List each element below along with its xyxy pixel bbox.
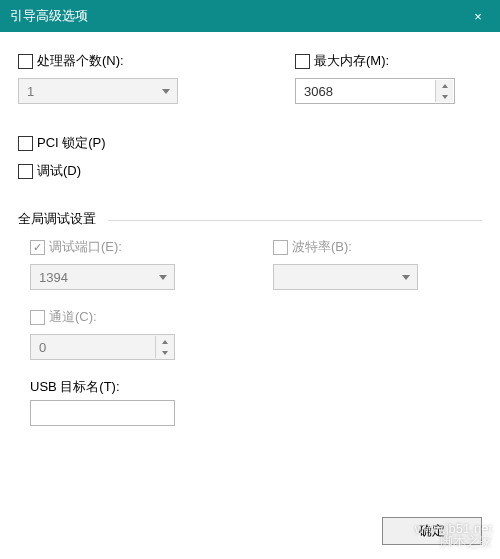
channel-checkbox <box>30 310 45 325</box>
window-title: 引导高级选项 <box>10 7 456 25</box>
baudrate-label: 波特率(B): <box>292 238 352 256</box>
channel-spinner: 0 <box>30 334 175 360</box>
debugport-checkbox <box>30 240 45 255</box>
content-area: 处理器个数(N): 1 最大内存(M): 3068 PCI <box>0 32 500 448</box>
pcilock-label: PCI 锁定(P) <box>37 134 106 152</box>
baudrate-dropdown <box>273 264 418 290</box>
close-button[interactable]: × <box>456 0 500 32</box>
close-icon: × <box>474 9 482 24</box>
chevron-down-icon <box>152 265 174 289</box>
channel-value: 0 <box>39 340 46 355</box>
ok-button[interactable]: 确定 <box>382 517 482 545</box>
spin-down-icon[interactable] <box>436 91 453 102</box>
processors-label: 处理器个数(N): <box>37 52 124 70</box>
maxmem-label: 最大内存(M): <box>314 52 389 70</box>
maxmem-value: 3068 <box>304 84 333 99</box>
debugport-dropdown: 1394 <box>30 264 175 290</box>
channel-label: 通道(C): <box>49 308 97 326</box>
ok-label: 确定 <box>419 522 445 540</box>
chevron-down-icon <box>395 265 417 289</box>
usbtarget-input[interactable] <box>30 400 175 426</box>
maxmem-checkbox[interactable] <box>295 54 310 69</box>
baudrate-checkbox <box>273 240 288 255</box>
global-debug-group: 全局调试设置 调试端口(E): 1394 波特率(B): <box>18 220 482 438</box>
usbtarget-label: USB 目标名(T): <box>30 378 470 396</box>
processors-checkbox[interactable] <box>18 54 33 69</box>
pcilock-checkbox[interactable] <box>18 136 33 151</box>
processors-value: 1 <box>27 84 34 99</box>
group-legend: 全局调试设置 <box>18 210 102 228</box>
spin-up-icon[interactable] <box>436 80 453 91</box>
debugport-value: 1394 <box>39 270 68 285</box>
titlebar: 引导高级选项 × <box>0 0 500 32</box>
chevron-down-icon <box>155 79 177 103</box>
debug-label: 调试(D) <box>37 162 81 180</box>
debug-checkbox[interactable] <box>18 164 33 179</box>
spin-down-icon <box>156 347 173 358</box>
spin-up-icon <box>156 336 173 347</box>
debugport-label: 调试端口(E): <box>49 238 122 256</box>
maxmem-spinner[interactable]: 3068 <box>295 78 455 104</box>
processors-dropdown[interactable]: 1 <box>18 78 178 104</box>
group-divider <box>108 220 482 221</box>
